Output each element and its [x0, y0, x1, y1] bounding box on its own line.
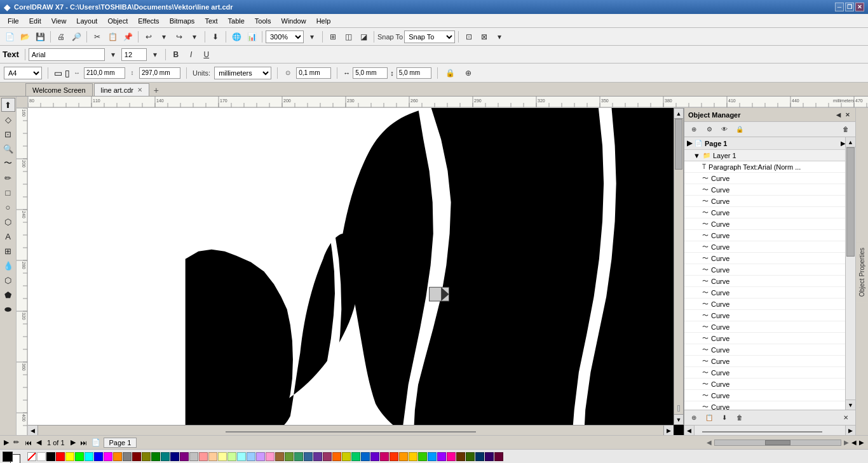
units-dropdown[interactable]: millimeters: [214, 67, 271, 79]
om-scrollbar[interactable]: ▲ ▼: [845, 137, 855, 410]
color-swatch-42[interactable]: [437, 452, 446, 461]
options-2[interactable]: ⊠: [477, 30, 491, 44]
om-page-row[interactable]: ▶ 📄 Page 1 ▶: [684, 137, 845, 150]
om-item-18[interactable]: 〜Curve: [684, 367, 845, 379]
om-scroll-up[interactable]: ▲: [846, 137, 855, 147]
doc-tab[interactable]: line art.cdr ✕: [94, 83, 149, 96]
color-swatch-44[interactable]: [456, 452, 465, 461]
om-item-7[interactable]: 〜Curve: [684, 241, 845, 253]
page-nav-last-btn[interactable]: ⏭: [79, 439, 88, 446]
om-hscroll-left[interactable]: ◀: [684, 426, 695, 436]
page-height-input[interactable]: 297,0 mm: [139, 67, 180, 79]
color-swatch-12[interactable]: [151, 452, 160, 461]
drawing-area[interactable]: ▲ ▼ ◀ ▶: [28, 108, 684, 435]
color-swatch-26[interactable]: [285, 452, 294, 461]
om-bottom-btn2[interactable]: 📋: [702, 411, 716, 425]
page-nav-first-btn[interactable]: ⏮: [24, 439, 33, 446]
om-delete-btn[interactable]: 🗑: [839, 123, 853, 137]
color-swatch-13[interactable]: [161, 452, 170, 461]
color-swatch-25[interactable]: [275, 452, 284, 461]
color-swatch-9[interactable]: [123, 452, 132, 461]
color-swatch-28[interactable]: [304, 452, 313, 461]
minimize-button[interactable]: ─: [835, 3, 844, 11]
nudge-input[interactable]: [296, 67, 331, 79]
lock-ratio-btn[interactable]: 🔒: [444, 66, 458, 80]
underline-button[interactable]: U: [200, 48, 214, 62]
redo-dropdown[interactable]: ▾: [187, 30, 201, 44]
menu-item-table[interactable]: Table: [223, 16, 250, 26]
color-swatch-4[interactable]: [75, 452, 84, 461]
menu-item-edit[interactable]: Edit: [24, 16, 46, 26]
bottom-scroll-left[interactable]: ◀: [707, 439, 712, 446]
tool-crop[interactable]: ⊡: [1, 127, 15, 141]
color-swatch-6[interactable]: [94, 452, 103, 461]
tool-table[interactable]: ⊞: [1, 244, 15, 258]
new-button[interactable]: 📄: [3, 30, 17, 44]
save-button[interactable]: 💾: [33, 30, 47, 44]
menu-item-tools[interactable]: Tools: [250, 16, 276, 26]
om-bottom-btn3[interactable]: ⬇: [717, 411, 731, 425]
om-hscroll-right[interactable]: ▶: [845, 426, 855, 436]
restore-button[interactable]: ❐: [845, 3, 854, 11]
om-bottom-btn5[interactable]: ✕: [839, 411, 853, 425]
color-swatch-7[interactable]: [104, 452, 112, 461]
obj-w-input[interactable]: [353, 67, 388, 79]
color-swatch-14[interactable]: [170, 452, 179, 461]
color-swatch-32[interactable]: [342, 452, 351, 461]
om-item-9[interactable]: 〜Curve: [684, 264, 845, 276]
vscroll-up-btn[interactable]: ▲: [674, 109, 683, 119]
color-swatch-38[interactable]: [399, 452, 408, 461]
add-tab-button[interactable]: +: [151, 84, 162, 96]
om-bottom-btn4[interactable]: 🗑: [733, 411, 747, 425]
om-item-0[interactable]: TParagraph Text:Arial (Norm ...: [684, 161, 845, 173]
om-item-6[interactable]: 〜Curve: [684, 230, 845, 241]
open-button[interactable]: 📂: [18, 30, 32, 44]
no-fill-swatch[interactable]: [27, 452, 36, 461]
color-swatch-45[interactable]: [466, 452, 475, 461]
italic-button[interactable]: I: [184, 48, 198, 62]
zoom-dropdown[interactable]: 300%200%100%50%: [266, 30, 304, 43]
color-swatch-23[interactable]: [256, 452, 265, 461]
page-nav-next-btn[interactable]: ▶: [69, 438, 77, 446]
page-nav-add-btn[interactable]: 📄: [90, 438, 102, 446]
export-button[interactable]: 🌐: [229, 30, 243, 44]
color-swatch-33[interactable]: [351, 452, 360, 461]
fill-swatch[interactable]: [3, 452, 13, 462]
om-item-12[interactable]: 〜Curve: [684, 299, 845, 310]
color-swatch-43[interactable]: [447, 452, 456, 461]
om-item-19[interactable]: 〜Curve: [684, 379, 845, 390]
color-swatch-2[interactable]: [56, 452, 65, 461]
tool-interactive[interactable]: ⬡: [1, 273, 15, 287]
bold-button[interactable]: B: [169, 48, 183, 62]
copy-button[interactable]: 📋: [105, 30, 119, 44]
menu-item-file[interactable]: File: [3, 16, 24, 26]
color-swatch-40[interactable]: [418, 452, 427, 461]
doc-tab-close[interactable]: ✕: [137, 86, 142, 93]
vertical-scrollbar[interactable]: ▲ ▼: [674, 108, 684, 425]
vscroll-resize-grip[interactable]: [677, 405, 680, 412]
view-mode-2[interactable]: ◫: [341, 30, 355, 44]
menu-item-layout[interactable]: Layout: [71, 16, 102, 26]
om-lock-btn[interactable]: 🔒: [733, 123, 747, 137]
sidebar-tab-0[interactable]: Object Properties: [856, 242, 868, 302]
om-item-4[interactable]: 〜Curve: [684, 207, 845, 218]
om-h-scrollbar[interactable]: ◀ ▶: [684, 425, 855, 435]
om-item-1[interactable]: 〜Curve: [684, 173, 845, 184]
menu-item-bitmaps[interactable]: Bitmaps: [165, 16, 200, 26]
publish-button[interactable]: 📊: [245, 30, 259, 44]
zoom-dropdown-btn[interactable]: ▾: [305, 30, 319, 44]
om-page-arrow[interactable]: ▶: [841, 140, 845, 147]
color-swatch-37[interactable]: [390, 452, 398, 461]
vscroll-down-btn[interactable]: ▼: [674, 414, 683, 424]
om-item-10[interactable]: 〜Curve: [684, 276, 845, 287]
hscroll-left-btn[interactable]: ◀: [28, 426, 38, 436]
om-item-20[interactable]: 〜Curve: [684, 390, 845, 401]
font-name-input[interactable]: [29, 48, 105, 61]
tool-polygon[interactable]: ⬡: [1, 215, 15, 229]
bottom-scroll-thumb[interactable]: [765, 440, 790, 445]
print-preview-button[interactable]: 🔎: [69, 30, 83, 44]
color-swatch-10[interactable]: [132, 452, 141, 461]
om-item-14[interactable]: 〜Curve: [684, 321, 845, 333]
color-swatch-48[interactable]: [494, 452, 503, 461]
om-item-3[interactable]: 〜Curve: [684, 196, 845, 207]
